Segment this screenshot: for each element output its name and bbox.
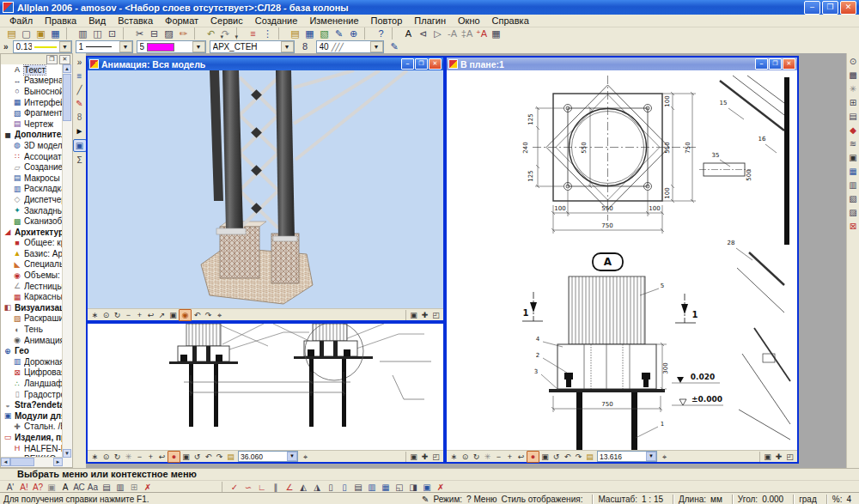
animation-viewport[interactable] [88, 70, 443, 308]
select-cursor-icon[interactable]: ► [74, 125, 86, 137]
doc2-icon[interactable]: ▧ [847, 193, 859, 204]
dropdown-arrow-icon[interactable]: ▼ [370, 41, 383, 52]
sidebar-item-градострои[interactable]: ▯Градострои [1, 389, 63, 400]
undo-view-icon[interactable]: ↶ [203, 452, 214, 462]
print-button[interactable]: ▥ [76, 27, 90, 40]
sidebar-item-stra-endetails[interactable]: ◒Stra?endetails [1, 399, 63, 410]
sidebar-item-каркасные-с[interactable]: ▦Каркасные с [1, 291, 63, 302]
undo-button[interactable]: ↶▾ [204, 27, 218, 40]
pan-icon[interactable]: ↻ [471, 452, 482, 462]
minimize-button[interactable]: – [755, 58, 768, 70]
palette-horizontal-scrollbar[interactable]: ◄ ► [1, 457, 63, 467]
scroll-left-arrow[interactable]: ◄ [1, 458, 10, 466]
parallel-icon[interactable]: ∥ [269, 482, 283, 493]
new-document-button[interactable]: ▢ [19, 27, 34, 40]
list-icon[interactable]: ▤ [847, 111, 859, 122]
image-button[interactable]: ▧ [317, 27, 332, 40]
zoom-all-icon[interactable]: ∗ [89, 452, 101, 462]
sidebar-item-стальн-бе[interactable]: ✚Стальн. /Бе [1, 422, 63, 433]
line-format-button[interactable]: ≡ [246, 27, 260, 40]
line-color-combo[interactable]: 5▼ [137, 40, 206, 53]
sidebar-item-архитектура[interactable]: ◢Архитектура [1, 227, 63, 238]
scroll-thumb[interactable] [63, 74, 71, 121]
pen-thickness-combo[interactable]: 0.13▼ [13, 40, 72, 53]
text-caps-icon[interactable]: АС [72, 482, 86, 493]
camera-icon[interactable]: ▣ [168, 310, 179, 320]
plan-window-titlebar[interactable]: В плане:1 – ❐ ✕ [447, 58, 797, 70]
export-button[interactable]: ⊡ [105, 27, 119, 40]
delete-icon[interactable]: ✗ [434, 482, 448, 493]
layers-icon[interactable]: ≋ [847, 138, 859, 149]
sidebar-item-интерфейсы[interactable]: ▦Интерфейсы [1, 97, 63, 108]
text-tool-button[interactable]: А [401, 27, 416, 40]
move-view-icon[interactable]: ↗ [156, 310, 168, 320]
open-project-button[interactable]: ▤ [4, 27, 19, 40]
sum-icon[interactable]: Σ [74, 155, 86, 166]
scroll-up-arrow[interactable]: ▲ [63, 64, 71, 73]
copy-doc-icon[interactable]: ▤ [351, 482, 365, 493]
scale-combo[interactable]: 36.060▼ [238, 451, 298, 462]
angle-icon[interactable]: ∟ [255, 482, 269, 493]
brush-button[interactable]: ✏ [176, 27, 191, 40]
menu-item-1[interactable]: Файл [3, 15, 39, 26]
layer-link-icon[interactable]: 8 [298, 40, 313, 53]
active-tool-icon[interactable]: ▣ [73, 139, 87, 152]
chart-icon[interactable]: ▦ [847, 166, 859, 177]
flag-icon[interactable]: ⌖ [300, 452, 311, 462]
sidebar-item-закладные-д[interactable]: ✦Закладные д [1, 205, 63, 216]
doc1-icon[interactable]: ▥ [847, 179, 859, 191]
minimize-button[interactable]: – [804, 1, 820, 15]
move-window-icon[interactable]: ✚ [773, 452, 784, 462]
zoom-in-icon[interactable]: + [134, 310, 145, 320]
sidebar-item-раскрашива[interactable]: ▨Раскрашива [1, 313, 63, 325]
refresh-icon[interactable]: ✳ [482, 452, 493, 462]
mirror-right-icon[interactable]: ◮ [310, 482, 324, 493]
zoom-in-icon[interactable]: + [504, 452, 515, 462]
doc-b-icon[interactable]: ▯ [338, 482, 351, 493]
zoom-out-icon[interactable]: − [123, 310, 134, 320]
rotate-view-icon[interactable]: ◉ [179, 309, 192, 321]
dropdown-arrow-icon[interactable]: ▼ [646, 452, 656, 461]
zoom-icon[interactable]: ⊙ [101, 310, 112, 320]
zoom-tool-icon[interactable]: ⊙ [847, 56, 859, 67]
dropdown-arrow-icon[interactable]: ▼ [59, 41, 71, 52]
draw-line-icon[interactable]: ╱ [74, 84, 86, 95]
text-minus-button[interactable]: -А [445, 27, 460, 40]
red-pen-icon[interactable]: ✎ [74, 98, 86, 109]
scale-combo[interactable]: 13.616▼ [597, 451, 657, 462]
paste-button[interactable]: ▨ [161, 27, 176, 40]
delete-text-icon[interactable]: ✗ [141, 482, 155, 493]
doc-a-icon[interactable]: ▯ [324, 482, 338, 493]
sidebar-item-ландшафтн[interactable]: ∴Ландшафтн [1, 378, 63, 389]
sidebar-item-размерная-л[interactable]: ↔Размерная л [1, 76, 63, 87]
sidebar-item-цифровая-м[interactable]: ⊠Цифровая м [1, 367, 63, 379]
line-type-combo[interactable]: 1▼ [76, 40, 133, 53]
sidebar-item-создание-сп[interactable]: ▱Создание сп [1, 161, 63, 173]
sidebar-item-ассоциативн[interactable]: ∷Ассоциативн [1, 151, 63, 162]
sidebar-item-чертеж[interactable]: ▤Чертеж [1, 118, 63, 130]
layout-icon[interactable]: ▥ [365, 482, 379, 493]
menu-item-8[interactable]: Изменение [303, 15, 364, 26]
dropdown-arrow-icon[interactable]: ▼ [287, 452, 297, 461]
sidebar-item-макросы[interactable]: ▤Макросы [1, 173, 63, 184]
sidebar-item-базис-архит[interactable]: ▲Базис: Архит [1, 248, 63, 259]
text-plus-button[interactable]: ⁺А [474, 27, 489, 40]
text-vertical-icon[interactable]: А? [31, 482, 45, 493]
sidebar-item-дополнительн[interactable]: ◼Дополнительн [1, 130, 63, 141]
maximize-button[interactable]: ❐ [415, 58, 428, 70]
cascade-icon[interactable]: ▣ [408, 310, 419, 320]
dropdown-arrow-icon[interactable]: ▼ [281, 41, 294, 52]
prev-view-icon[interactable]: ↩ [156, 452, 168, 462]
dropdown-arrow-icon[interactable]: ▼ [119, 41, 132, 52]
open-view-icon[interactable]: ▤ [225, 452, 236, 462]
close-button[interactable]: ✕ [429, 58, 442, 70]
leader-tool-button[interactable]: ▷ [430, 27, 445, 40]
measure-angle-icon[interactable]: ∠ [283, 482, 296, 493]
zoom-icon[interactable]: ⊙ [101, 452, 112, 462]
refresh-icon[interactable]: ✳ [123, 452, 134, 462]
cascade-icon[interactable]: ▣ [408, 452, 419, 462]
sketch-button[interactable]: ✎ [332, 27, 346, 40]
flag-icon[interactable]: ⌖ [214, 310, 225, 320]
camera-icon[interactable]: ▣ [539, 452, 551, 462]
toolbar-expand-icon[interactable]: » [3, 42, 8, 52]
